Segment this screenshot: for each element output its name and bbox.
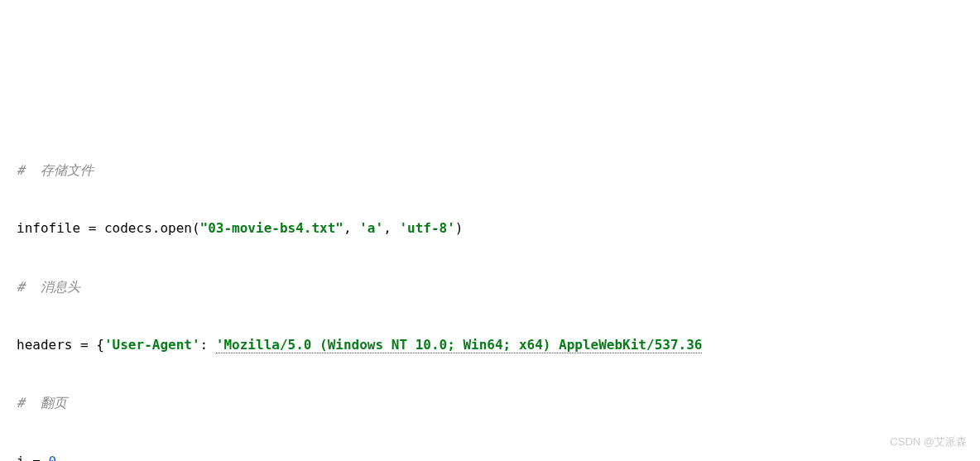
code-line-4: headers = {'User-Agent': 'Mozilla/5.0 (W… [17, 330, 963, 359]
string-literal: 'Mozilla/5.0 (Windows NT 10.0; Win64; x6… [216, 337, 703, 353]
variable: headers [17, 337, 72, 353]
code-line-2: infofile = codecs.open("03-movie-bs4.txt… [17, 214, 963, 243]
string-literal: "03-movie-bs4.txt" [200, 220, 343, 236]
comment: # 消息头 [17, 279, 80, 295]
code-line-6: i = 0 [17, 447, 963, 461]
code-line-1: # 存储文件 [17, 156, 963, 185]
string-literal: 'a' [359, 220, 383, 236]
variable: infofile [17, 220, 80, 236]
code-line-3: # 消息头 [17, 272, 963, 301]
variable: i [17, 454, 25, 461]
watermark: CSDN @艾派森 [890, 430, 967, 454]
string-literal: 'utf-8' [399, 220, 454, 236]
code-editor: # 存储文件 infofile = codecs.open("03-movie-… [17, 127, 963, 461]
code-line-5: # 翻页 [17, 388, 963, 417]
string-literal: 'User-Agent' [104, 337, 200, 353]
comment: # 存储文件 [17, 162, 94, 178]
comment: # 翻页 [17, 395, 67, 411]
number-literal: 0 [49, 454, 57, 461]
